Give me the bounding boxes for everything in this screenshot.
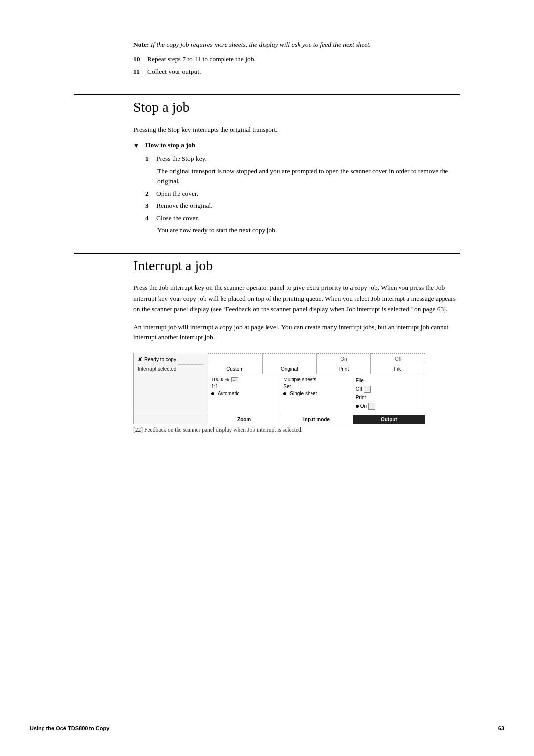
stop-step-1: 1 Press the Stop key. (145, 154, 460, 164)
step-11-text: Collect your output. (147, 67, 201, 77)
zoom-adj-1[interactable]: … (231, 377, 238, 382)
stop-step-4-sub: You are now ready to start the next copy… (157, 225, 460, 235)
input-row-2: Set (283, 384, 349, 389)
ready-label: Ready to copy (144, 357, 176, 362)
top-steps-list: 10 Repeat steps 7 to 11 to complete the … (134, 54, 460, 77)
triangle-label: ▼ How to stop a job (134, 142, 460, 150)
output-print-val: Print (356, 394, 366, 401)
subsection-label: How to stop a job (145, 142, 195, 149)
step-11: 11 Collect your output. (134, 67, 460, 77)
diagram-caption: [22] Feedback on the scanner panel displ… (134, 427, 460, 433)
section-footer: Zoom Input mode Output (134, 415, 425, 424)
stop-section-heading: Stop a job (74, 94, 460, 115)
zoom-val-2: 1:1 (211, 384, 218, 389)
input-row-3: Single sheet (283, 391, 349, 396)
zoom-row-3: Automatic (211, 391, 277, 396)
diagram-top: ✘ Ready to copy Interrupt selected On (134, 353, 425, 375)
output-adj[interactable]: … (364, 386, 371, 393)
interrupt-title: Interrupt a job (134, 258, 460, 274)
note-text: Note: If the copy job requires more shee… (134, 40, 460, 49)
tab-file-top-val: Off (395, 356, 401, 362)
step-11-num: 11 (134, 67, 147, 77)
triangle-icon: ▼ (134, 142, 139, 150)
tab-top-original (263, 353, 317, 364)
note-label: Note: (134, 41, 149, 48)
output-dot (356, 405, 359, 408)
diagram-bottom: 100.0 % … 1:1 Automatic (134, 375, 425, 415)
tab-original[interactable]: Original (263, 364, 317, 374)
output-file-val: File (356, 377, 364, 384)
step-10: 10 Repeat steps 7 to 11 to complete the … (134, 54, 460, 64)
interrupt-section-heading: Interrupt a job (74, 253, 460, 274)
output-item-file: File (356, 377, 422, 384)
tab-file[interactable]: File (371, 364, 425, 374)
footer-title: Using the Océ TDS800 to Copy (30, 725, 109, 731)
footer-output: Output (353, 415, 425, 424)
input-row-1: Multiple sheets (283, 377, 349, 382)
tab-top-file: Off (371, 353, 425, 364)
note-body: If the copy job requires more sheets, th… (151, 41, 371, 48)
output-item-print: Print (356, 394, 422, 401)
diagram-tabs: On Off Custom Original Print File (208, 353, 425, 375)
output-off-val: Off (356, 385, 362, 393)
printer-icon: ✘ (138, 356, 142, 363)
stop-step-4-text: Close the cover. (156, 213, 199, 223)
zoom-row-2: 1:1 (211, 384, 277, 389)
tab-print-top-val: On (340, 356, 347, 362)
input-val-1: Multiple sheets (283, 377, 316, 382)
output-item-on: On … (356, 402, 422, 410)
stop-step-4: 4 Close the cover. (145, 213, 460, 223)
output-on-adj[interactable]: … (368, 403, 375, 410)
how-to-stop-section: ▼ How to stop a job 1 Press the Stop key… (134, 142, 460, 235)
stop-step-3-num: 3 (145, 201, 156, 211)
step-10-text: Repeat steps 7 to 11 to complete the job… (147, 54, 256, 64)
input-val-3: Single sheet (290, 391, 317, 396)
input-val-2: Set (283, 384, 291, 389)
tab-custom[interactable]: Custom (208, 364, 263, 374)
input-section: Multiple sheets Set Single sheet (280, 375, 353, 415)
tabs-top-row: On Off (208, 353, 425, 364)
interrupt-para2: An interrupt job will interrupt a copy j… (134, 322, 460, 343)
stop-step-2: 2 Open the cover. (145, 189, 460, 199)
interrupt-line: Interrupt selected (138, 364, 204, 372)
zoom-row-1: 100.0 % … (211, 377, 277, 382)
interrupt-para1: Press the Job interrupt key on the scann… (134, 283, 460, 315)
ready-line: ✘ Ready to copy (138, 356, 204, 363)
footer-left-blank (134, 415, 208, 424)
stop-step-4-num: 4 (145, 213, 156, 223)
output-on-val: On (360, 402, 367, 410)
zoom-val-1: 100.0 % (211, 377, 229, 382)
stop-step-2-num: 2 (145, 189, 156, 199)
diagram-bottom-left (134, 375, 208, 415)
stop-step-3: 3 Remove the original. (145, 201, 460, 211)
footer-zoom: Zoom (208, 415, 280, 424)
zoom-section: 100.0 % … 1:1 Automatic (208, 375, 280, 415)
diagram-left-panel: ✘ Ready to copy Interrupt selected (134, 353, 208, 375)
note-block: Note: If the copy job requires more shee… (134, 40, 460, 49)
stop-steps-list: 1 Press the Stop key. The original trans… (145, 154, 460, 235)
step-10-num: 10 (134, 54, 147, 64)
stop-intro: Pressing the Stop key interrupts the ori… (134, 124, 460, 135)
scanner-diagram: ✘ Ready to copy Interrupt selected On (134, 353, 425, 424)
zoom-val-3: Automatic (218, 391, 239, 396)
footer-input: Input mode (280, 415, 353, 424)
zoom-dot (211, 392, 214, 395)
page: Note: If the copy job requires more shee… (0, 0, 534, 756)
tab-top-custom (208, 353, 263, 364)
output-section: File Off … Print On (353, 375, 425, 415)
tab-print[interactable]: Print (317, 364, 371, 374)
stop-step-1-text: Press the Stop key. (156, 154, 207, 164)
tab-top-print: On (317, 353, 371, 364)
stop-step-1-sub: The original transport is now stopped an… (157, 166, 460, 187)
stop-step-2-text: Open the cover. (156, 189, 198, 199)
tabs-label-row: Custom Original Print File (208, 364, 425, 374)
output-list: File Off … Print On (356, 377, 422, 410)
input-dot (283, 392, 286, 395)
diagram-sections: 100.0 % … 1:1 Automatic (208, 375, 425, 415)
stop-step-3-text: Remove the original. (156, 201, 213, 211)
stop-step-1-num: 1 (145, 154, 156, 164)
stop-title: Stop a job (134, 99, 460, 115)
output-item-off: Off … (356, 385, 422, 393)
page-footer: Using the Océ TDS800 to Copy 63 (0, 721, 534, 731)
page-number: 63 (498, 725, 504, 731)
